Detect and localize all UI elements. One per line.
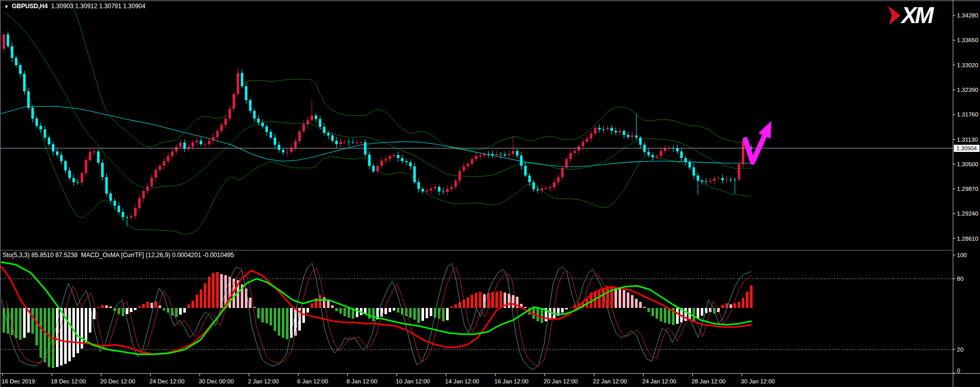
current-price-badge: 1.30904 bbox=[954, 145, 979, 152]
svg-text:1.33020: 1.33020 bbox=[957, 62, 978, 68]
ohlc-close: 1.30904 bbox=[123, 3, 145, 10]
svg-text:22 Jan 12:00: 22 Jan 12:00 bbox=[593, 378, 627, 384]
symbol-name: GBPUSD,H4 bbox=[12, 3, 48, 10]
svg-text:24 Dec 12:00: 24 Dec 12:00 bbox=[149, 378, 184, 384]
svg-text:20 Jan 12:00: 20 Jan 12:00 bbox=[544, 378, 578, 384]
svg-text:10 Jan 12:00: 10 Jan 12:00 bbox=[396, 378, 430, 384]
indicator-label: Sto(5,3,3) 85.8510 87.5238 MACD_OsMA [Cu… bbox=[3, 251, 234, 259]
symbol-title: ▼GBPUSD,H4 1.30903 1.30912 1.30791 1.309… bbox=[4, 3, 145, 10]
pane-borders bbox=[0, 0, 980, 387]
ohlc-high: 1.30912 bbox=[75, 3, 97, 10]
time-axis[interactable]: 16 Dec 201918 Dec 12:0020 Dec 12:0024 De… bbox=[2, 374, 775, 384]
ohlc-low: 1.30791 bbox=[99, 3, 121, 10]
svg-text:1.29240: 1.29240 bbox=[957, 210, 978, 217]
svg-text:24 Jan 12:00: 24 Jan 12:00 bbox=[642, 378, 677, 384]
candles-layer bbox=[3, 31, 753, 226]
xm-logo-text: XM bbox=[901, 5, 932, 26]
svg-text:0: 0 bbox=[957, 367, 960, 374]
svg-text:20: 20 bbox=[957, 346, 964, 353]
svg-text:1.31760: 1.31760 bbox=[957, 111, 978, 118]
svg-text:1.34280: 1.34280 bbox=[957, 12, 978, 18]
svg-text:20 Dec 12:00: 20 Dec 12:00 bbox=[100, 378, 135, 384]
svg-text:1.33650: 1.33650 bbox=[957, 37, 978, 43]
svg-text:30 Dec 00:00: 30 Dec 00:00 bbox=[199, 378, 234, 384]
svg-text:6 Jan 12:00: 6 Jan 12:00 bbox=[297, 378, 328, 384]
chart-canvas[interactable]: 1.342801.336501.330201.323901.317601.311… bbox=[0, 0, 980, 387]
ma-cyan-line bbox=[0, 106, 751, 167]
svg-text:1.30500: 1.30500 bbox=[957, 161, 978, 167]
trend-arrow-annotation[interactable] bbox=[745, 121, 771, 162]
svg-text:14 Jan 12:00: 14 Jan 12:00 bbox=[445, 378, 479, 384]
svg-text:1.32390: 1.32390 bbox=[957, 87, 978, 93]
svg-text:1.31130: 1.31130 bbox=[957, 137, 978, 143]
svg-text:16 Jan 12:00: 16 Jan 12:00 bbox=[494, 378, 529, 384]
indicator-axis[interactable]: 10080200 bbox=[953, 252, 967, 374]
svg-text:18 Dec 12:00: 18 Dec 12:00 bbox=[51, 378, 86, 384]
svg-text:8 Jan 12:00: 8 Jan 12:00 bbox=[347, 378, 377, 384]
ohlc-open: 1.30903 bbox=[51, 3, 73, 10]
svg-text:2 Jan 12:00: 2 Jan 12:00 bbox=[248, 378, 279, 384]
xm-logo: XM bbox=[887, 5, 932, 26]
svg-text:1.28610: 1.28610 bbox=[957, 236, 978, 242]
price-axis[interactable]: 1.342801.336501.330201.323901.317601.311… bbox=[953, 12, 978, 242]
svg-text:30 Jan 12:00: 30 Jan 12:00 bbox=[741, 378, 775, 384]
svg-text:1.29870: 1.29870 bbox=[957, 186, 978, 192]
chart-window: 1.342801.336501.330201.323901.317601.311… bbox=[0, 0, 980, 387]
symbol-dropdown-icon[interactable]: ▼ bbox=[4, 4, 9, 9]
svg-text:100: 100 bbox=[957, 252, 967, 258]
xm-logo-arrow-icon bbox=[886, 5, 901, 26]
svg-text:80: 80 bbox=[957, 276, 964, 282]
svg-text:28 Jan 12:00: 28 Jan 12:00 bbox=[691, 378, 726, 384]
svg-text:16 Dec 2019: 16 Dec 2019 bbox=[2, 378, 35, 384]
